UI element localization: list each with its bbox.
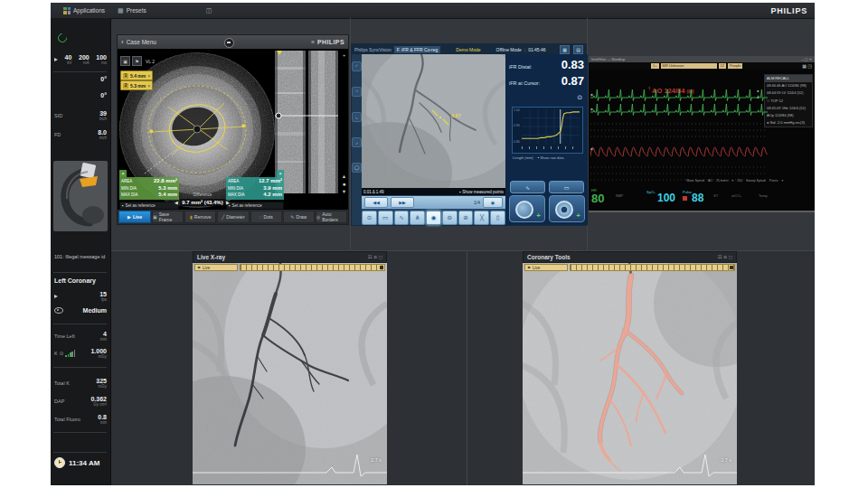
room-chip[interactable]: 12 — [719, 63, 726, 69]
live-run-chip[interactable]: ⚑Live — [524, 264, 568, 271]
coronary-tools-title: Coronary Tools — [527, 254, 571, 260]
session-time: 01:45:46 — [528, 47, 545, 52]
monitor-window-title: IntelliVue — Nondisp — [591, 57, 625, 61]
save-frame-icon: ▣ — [153, 214, 157, 220]
maximize-icon[interactable]: ▢ — [729, 255, 732, 259]
subtract-tool[interactable]: ⊖ — [442, 211, 458, 225]
coreg-xray-image[interactable]: 0.87 — [362, 54, 505, 188]
min-dia-value: 3.9 mm — [263, 185, 282, 192]
monitor-menu-icons[interactable]: ▦ ◳ — [802, 63, 812, 69]
dropdown-caret-icon[interactable]: ▾ — [782, 179, 784, 183]
record-run-button[interactable]: + — [509, 195, 545, 222]
wave-speed-value[interactable]: 25 mm/s — [716, 179, 728, 183]
diameter-button[interactable]: ╱Diameter — [217, 211, 249, 223]
export-icon[interactable]: ▤ — [573, 45, 583, 54]
max-dia-label: MAX DIA — [228, 192, 245, 199]
nav-tab-2[interactable]: ◝ — [352, 87, 362, 97]
ifr-pullback-graph[interactable]: 1.00 0.90 0.80 — [512, 107, 583, 154]
total-fluoro-value: 0.8 — [98, 414, 107, 420]
scroll-up-icon[interactable]: ▲ — [342, 174, 346, 179]
wire-button[interactable]: ∿ — [510, 181, 545, 193]
menu-icon[interactable]: ≡ — [311, 39, 315, 45]
restore-icon[interactable]: ⧉ — [724, 255, 727, 259]
presets-button[interactable]: ▦ Presets — [118, 7, 146, 14]
waveform-tool[interactable]: ∿ — [394, 211, 410, 225]
restore-icon[interactable]: ⧉ — [374, 255, 377, 259]
ivus-header: ‹ Case Menu ≡ PHILIPS — [118, 35, 348, 49]
timeline-bar[interactable] — [240, 264, 385, 271]
magnifier-icon[interactable]: ⊙ — [577, 94, 582, 101]
zoom-tool[interactable]: ⊙ — [362, 211, 377, 225]
top-menu-bar: Applications ▦ Presets ◫ PHILIPS — [51, 3, 815, 19]
maximize-icon[interactable]: ▢ — [379, 255, 382, 259]
zoom-in-icon[interactable]: + — [343, 52, 345, 58]
close-icon[interactable]: × — [147, 73, 150, 79]
monitor-display: 1 AO 124/84 (98) ●● ALM RECALL 08:46:46 … — [589, 70, 815, 211]
close-icon[interactable]: × — [147, 83, 150, 89]
dropdown-caret-icon[interactable]: ▾ — [731, 179, 733, 183]
save-frame-button[interactable]: ▣Save Frame — [152, 211, 184, 223]
show-raw-data-checkbox[interactable]: ▪ Show raw data — [538, 155, 564, 160]
stent-tool[interactable]: ▯ — [490, 211, 505, 225]
next-icon[interactable]: ▶ — [226, 200, 230, 205]
screen-transfer-button[interactable]: ◫ — [206, 7, 212, 14]
play-button[interactable]: ▶▶ — [391, 197, 414, 208]
scroll-down-icon[interactable]: ▼ — [342, 189, 346, 194]
frame-marker-1[interactable]: 1 5.4 mm × — [120, 70, 153, 80]
close-icon[interactable]: × — [119, 170, 127, 177]
reference-measurements-right: AREA12.7 mm² MIN DIA3.9 mm MAX DIA4.2 mm — [226, 177, 284, 200]
etco2-label: etCO₂ — [731, 193, 741, 198]
live-button[interactable]: ▶Live — [118, 211, 151, 223]
ecg-waveform-2 — [590, 102, 768, 117]
live-xray-image[interactable]: ⚑Live — [193, 263, 387, 484]
set-as-reference-button-right[interactable]: ▪Set as reference — [226, 202, 284, 210]
remove-button[interactable]: ▮Remove — [184, 211, 216, 223]
view-tool-active[interactable]: ◉ — [426, 211, 441, 225]
rewind-button[interactable]: ◀◀ — [364, 197, 388, 208]
tab-ifr-ffr-coreg[interactable]: F. iFR & FFR Co-reg — [394, 46, 441, 53]
auto-borders-icon: ◎ — [316, 214, 320, 220]
scroll-dot-icon[interactable]: ● — [342, 181, 345, 187]
max-dia-value: 5.4 mm — [158, 192, 177, 199]
patient-name-chip[interactable]: MR Unknown — [661, 63, 717, 69]
crop-tool[interactable]: ╳ — [474, 211, 489, 225]
patient-monitor-panel: IntelliVue — Nondisp – ▢ ✕ 1+ MR Unknown… — [589, 56, 815, 212]
stent-button[interactable]: ▭ — [549, 181, 584, 193]
wave-group[interactable]: AO — [708, 179, 712, 183]
angle-secondary-value: 0° — [100, 92, 107, 99]
back-icon[interactable]: ‹ — [121, 38, 124, 46]
thumbnail-icon[interactable]: ▣ — [120, 56, 130, 66]
mask-tool[interactable]: ⊘ — [458, 211, 474, 225]
bookmark-icon[interactable]: ⚑ — [132, 56, 142, 66]
previous-icon[interactable]: ◀ — [175, 200, 178, 205]
remove-icon: ▮ — [190, 214, 193, 220]
layout-grid-icon[interactable]: ▦ — [560, 45, 570, 54]
live-xray-header: Live X-ray 11 ⧉ ▢ — [193, 251, 387, 263]
ma-unit: mA — [79, 61, 90, 66]
ivus-longitudinal-strips[interactable] — [275, 49, 341, 211]
scale-value[interactable]: 250 — [737, 179, 742, 183]
set-as-reference-button-left[interactable]: ▪Set as reference — [119, 202, 179, 210]
nav-tab-3[interactable]: ◟ — [352, 112, 362, 122]
nav-tab-1[interactable]: ◜ — [352, 61, 362, 71]
applications-button[interactable]: Applications — [63, 7, 105, 14]
nav-tab-4[interactable]: ◞ — [352, 137, 362, 147]
bed-chip[interactable]: 1+ — [651, 63, 659, 69]
frame-marker-2[interactable]: 2 5.3 mm × — [120, 80, 153, 90]
window-controls-icons[interactable]: – ▢ ✕ — [801, 57, 812, 61]
timeline-bar[interactable] — [570, 264, 735, 271]
show-measured-points-checkbox[interactable]: ▪ Show measured points — [459, 190, 504, 194]
table-tool[interactable]: ▭ — [378, 211, 393, 225]
record-disc-button[interactable]: + — [549, 195, 585, 222]
auto-borders-button[interactable]: ◎Auto Borders — [316, 211, 347, 223]
snapshot-camera-icon[interactable]: ◉ — [483, 197, 503, 208]
nav-tab-5[interactable]: ◯ — [352, 163, 362, 173]
draw-button[interactable]: ✎Draw — [283, 211, 315, 223]
log-row: AOp 124/84 (98) — [767, 112, 810, 119]
profile-chip[interactable]: People — [728, 63, 742, 69]
vessel-tool[interactable]: ⋔ — [410, 211, 425, 225]
close-icon[interactable]: × — [277, 170, 284, 177]
dots-button[interactable]: ∷Dots — [250, 211, 282, 223]
coronary-tools-image[interactable]: ⚑Live — [523, 263, 737, 484]
live-run-chip[interactable]: ⚑Live — [194, 264, 238, 271]
